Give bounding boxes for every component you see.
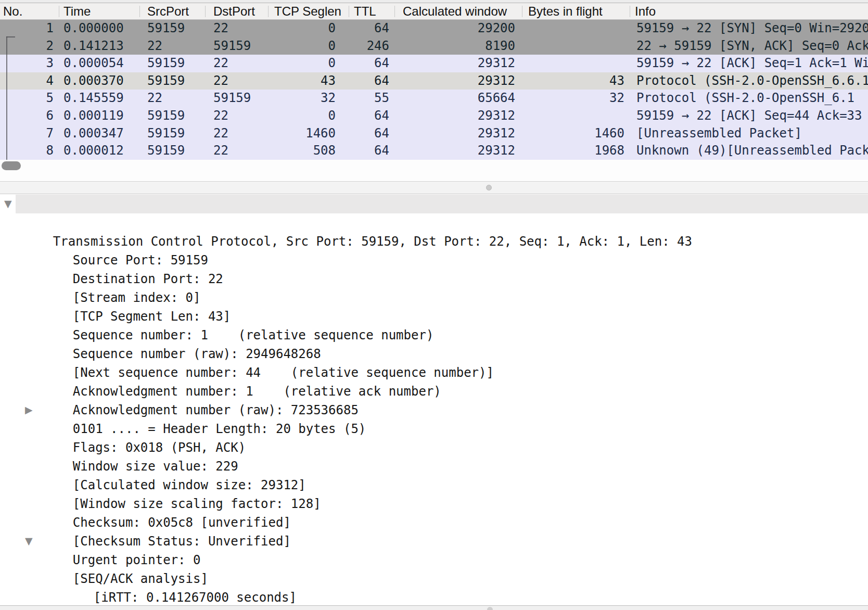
cell-ttl: 64 (346, 55, 389, 72)
packet-row[interactable]: 1 0.000000 59159 22 0 64 29200 59159 → 2… (0, 20, 868, 37)
cell-no: 4 (0, 72, 54, 90)
wireshark-window: No. Time SrcPort DstPort TCP Seglen TTL … (0, 0, 868, 610)
detail-tree-line[interactable]: Acknowledgment number (raw): 723536685 (0, 363, 868, 382)
cell-info: 59159 → 22 [ACK] Seq=1 Ack=1 Win=29312 (636, 55, 868, 72)
cell-no: 8 (0, 142, 54, 160)
cell-srcport: 59159 (147, 107, 185, 125)
cell-dstport: 59159 (213, 37, 251, 55)
packet-row[interactable]: 8 0.000012 59159 22 508 64 29312 1968 Un… (0, 142, 868, 160)
detail-tree-line[interactable]: [Checksum Status: Unverified] (0, 494, 868, 513)
detail-tree-line[interactable]: Urgent pointer: 0 (0, 513, 868, 532)
packet-row[interactable]: 4 0.000370 59159 22 43 64 29312 43 Proto… (0, 72, 868, 90)
column-header-bytes-in-flight[interactable]: Bytes in flight (528, 3, 603, 20)
horizontal-scrollbar-track[interactable] (0, 160, 868, 182)
detail-selected-highlight (16, 195, 868, 213)
cell-time: 0.000000 (63, 20, 124, 37)
conversation-bracket-tick (6, 36, 15, 37)
column-header-dstport[interactable]: DstPort (213, 3, 255, 20)
cell-dstport: 22 (213, 142, 228, 160)
cell-time: 0.145559 (63, 90, 124, 107)
cell-tcp-seglen: 1460 (260, 125, 336, 143)
splitter-handle-icon[interactable] (487, 607, 493, 610)
cell-info: 59159 → 22 [ACK] Seq=44 Ack=33 (636, 107, 868, 125)
cell-srcport: 59159 (147, 125, 185, 143)
bottom-pane-splitter[interactable] (0, 605, 868, 610)
detail-tree-line[interactable]: Sequence number (raw): 2949648268 (0, 307, 868, 326)
column-separator[interactable] (630, 6, 630, 17)
cell-no: 7 (0, 125, 54, 143)
column-header-tcp-seglen[interactable]: TCP Seglen (274, 3, 341, 20)
cell-tcp-seglen: 32 (260, 90, 336, 107)
column-separator[interactable] (394, 6, 395, 17)
cell-info: Unknown (49)[Unreassembled Packet] (636, 142, 868, 160)
cell-bytes-in-flight (536, 20, 624, 37)
packet-row[interactable]: 6 0.000119 59159 22 0 64 29312 59159 → 2… (0, 107, 868, 125)
column-header-no[interactable]: No. (3, 3, 22, 20)
cell-info: [Unreassembled Packet] (636, 125, 868, 143)
packet-row[interactable]: 3 0.000054 59159 22 0 64 29312 59159 → 2… (0, 55, 868, 72)
cell-info: Protocol (SSH-2.0-OpenSSH_6.1 (636, 90, 868, 107)
cell-bytes-in-flight: 43 (536, 72, 624, 90)
expander-triangle-icon[interactable]: ▶ (25, 401, 33, 420)
detail-tree-line[interactable]: [Next sequence number: 44 (relative sequ… (0, 326, 868, 345)
detail-tree-line[interactable]: Acknowledgment number: 1 (relative ack n… (0, 345, 868, 363)
column-separator[interactable] (59, 6, 59, 17)
cell-time: 0.000370 (63, 72, 124, 90)
cell-info: Protocol (SSH-2.0-OpenSSH_6.6.1 (636, 72, 868, 90)
horizontal-scrollbar-thumb[interactable] (2, 161, 21, 170)
cell-calculated-window: 29312 (427, 125, 515, 143)
column-separator[interactable] (349, 6, 349, 17)
detail-tree-line[interactable]: Checksum: 0x05c8 [unverified] (0, 476, 868, 494)
column-separator[interactable] (522, 6, 522, 17)
packet-row[interactable]: 7 0.000347 59159 22 1460 64 29312 1460 [… (0, 125, 868, 143)
detail-tree-line[interactable]: [TCP Segment Len: 43] (0, 270, 868, 288)
detail-tree-line[interactable]: [Calculated window size: 29312] (0, 438, 868, 457)
cell-tcp-seglen: 0 (260, 107, 336, 125)
detail-tree-line[interactable]: Sequence number: 1 (relative sequence nu… (0, 288, 868, 307)
detail-tree-line[interactable]: [Bytes sent since last PSH flag: 43] (0, 588, 868, 607)
cell-srcport: 59159 (147, 20, 185, 37)
column-header-calculated-window[interactable]: Calculated window (403, 3, 507, 20)
cell-time: 0.141213 (63, 37, 124, 55)
expander-triangle-icon[interactable]: ▼ (4, 195, 12, 213)
pane-splitter[interactable] (0, 181, 868, 194)
packet-row[interactable]: 2 0.141213 22 59159 0 246 8190 22 → 5915… (0, 37, 868, 55)
packet-row[interactable]: 5 0.145559 22 59159 32 55 65664 32 Proto… (0, 90, 868, 107)
packet-list-header: No. Time SrcPort DstPort TCP Seglen TTL … (0, 3, 868, 20)
column-separator[interactable] (139, 6, 140, 17)
cell-time: 0.000347 (63, 125, 124, 143)
column-header-ttl[interactable]: TTL (354, 3, 376, 20)
detail-tree-line[interactable]: Source Port: 59159 (0, 213, 868, 232)
column-header-info[interactable]: Info (635, 3, 656, 20)
cell-calculated-window: 8190 (427, 37, 515, 55)
column-separator[interactable] (205, 6, 206, 17)
detail-tree-line[interactable]: Destination Port: 22 (0, 232, 868, 251)
detail-tree-line[interactable]: ▼ [SEQ/ACK analysis] (0, 532, 868, 551)
cell-calculated-window: 29312 (427, 107, 515, 125)
cell-bytes-in-flight: 1968 (536, 142, 624, 160)
cell-bytes-in-flight (536, 37, 624, 55)
expander-triangle-icon[interactable]: ▼ (25, 532, 33, 551)
cell-no: 2 (0, 37, 54, 55)
column-header-srcport[interactable]: SrcPort (147, 3, 189, 20)
detail-tree-line[interactable]: ▼ Transmission Control Protocol, Src Por… (0, 195, 868, 213)
detail-tree-line[interactable]: [Window size scaling factor: 128] (0, 457, 868, 476)
column-header-time[interactable]: Time (63, 3, 91, 20)
cell-bytes-in-flight: 32 (536, 90, 624, 107)
detail-tree-line[interactable]: [Bytes in flight: 43] (0, 569, 868, 588)
cell-info: 22 → 59159 [SYN, ACK] Seq=0 Ack=1 (636, 37, 868, 55)
column-separator[interactable] (268, 6, 269, 17)
cell-srcport: 59159 (147, 142, 185, 160)
splitter-handle-icon[interactable] (486, 185, 492, 190)
cell-time: 0.000012 (63, 142, 124, 160)
detail-tree-line[interactable]: 0101 .... = Header Length: 20 bytes (5) (0, 382, 868, 401)
cell-dstport: 22 (213, 107, 228, 125)
detail-tree-line[interactable]: [iRTT: 0.141267000 seconds] (0, 551, 868, 569)
cell-srcport: 59159 (147, 72, 185, 90)
detail-tree-line[interactable]: Window size value: 229 (0, 420, 868, 438)
cell-srcport: 59159 (147, 55, 185, 72)
cell-dstport: 22 (213, 55, 228, 72)
detail-tree-line[interactable]: ▶ Flags: 0x018 (PSH, ACK) (0, 401, 868, 420)
detail-tree-line[interactable]: [Stream index: 0] (0, 251, 868, 270)
cell-no: 1 (0, 20, 54, 37)
